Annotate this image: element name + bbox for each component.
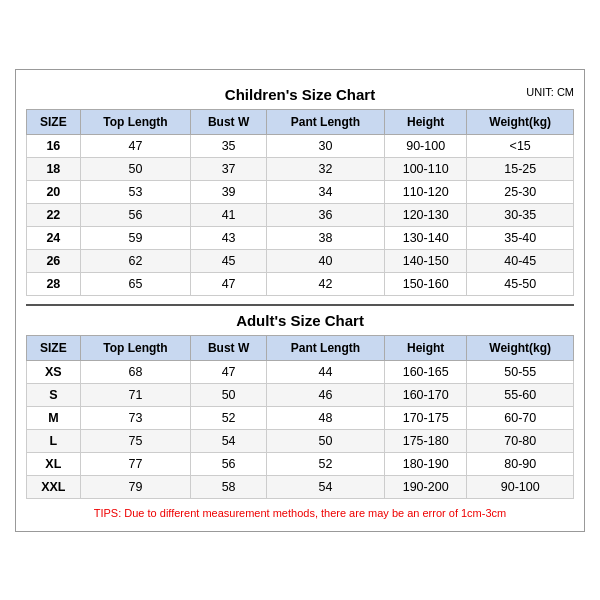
- table-cell: 20: [27, 180, 81, 203]
- table-cell: 90-100: [384, 134, 467, 157]
- table-cell: 130-140: [384, 226, 467, 249]
- children-col-top-length: Top Length: [80, 109, 191, 134]
- children-title-text: Children's Size Chart: [225, 86, 375, 103]
- table-row: 22564136120-13030-35: [27, 203, 574, 226]
- chart-container: Children's Size Chart UNIT: CM SIZE Top …: [15, 69, 585, 532]
- table-row: L755450175-18070-80: [27, 429, 574, 452]
- table-cell: 35-40: [467, 226, 574, 249]
- table-cell: 25-30: [467, 180, 574, 203]
- children-table: SIZE Top Length Bust W Pant Length Heigh…: [26, 109, 574, 296]
- table-cell: 44: [266, 360, 384, 383]
- table-cell: 28: [27, 272, 81, 295]
- children-col-bust: Bust W: [191, 109, 267, 134]
- table-cell: 75: [80, 429, 191, 452]
- table-cell: 60-70: [467, 406, 574, 429]
- table-row: 28654742150-16045-50: [27, 272, 574, 295]
- table-cell: S: [27, 383, 81, 406]
- table-cell: 77: [80, 452, 191, 475]
- table-cell: 160-165: [384, 360, 467, 383]
- children-title: Children's Size Chart UNIT: CM: [26, 80, 574, 105]
- table-cell: 160-170: [384, 383, 467, 406]
- adult-title-text: Adult's Size Chart: [236, 312, 364, 329]
- table-cell: M: [27, 406, 81, 429]
- table-cell: 50: [191, 383, 267, 406]
- table-cell: 54: [266, 475, 384, 498]
- children-col-weight: Weight(kg): [467, 109, 574, 134]
- table-cell: 110-120: [384, 180, 467, 203]
- table-cell: 52: [266, 452, 384, 475]
- table-cell: 30: [266, 134, 384, 157]
- table-cell: 65: [80, 272, 191, 295]
- adult-header-row: SIZE Top Length Bust W Pant Length Heigh…: [27, 335, 574, 360]
- table-cell: 42: [266, 272, 384, 295]
- table-cell: 180-190: [384, 452, 467, 475]
- table-cell: 47: [191, 272, 267, 295]
- table-cell: 24: [27, 226, 81, 249]
- table-cell: 48: [266, 406, 384, 429]
- table-cell: 47: [191, 360, 267, 383]
- table-cell: 54: [191, 429, 267, 452]
- children-col-height: Height: [384, 109, 467, 134]
- table-cell: 39: [191, 180, 267, 203]
- table-cell: 37: [191, 157, 267, 180]
- adult-col-size: SIZE: [27, 335, 81, 360]
- tips-text: TIPS: Due to different measurement metho…: [26, 505, 574, 521]
- adult-col-top-length: Top Length: [80, 335, 191, 360]
- table-cell: 18: [27, 157, 81, 180]
- table-row: S715046160-17055-60: [27, 383, 574, 406]
- table-cell: 90-100: [467, 475, 574, 498]
- table-cell: 80-90: [467, 452, 574, 475]
- table-cell: 175-180: [384, 429, 467, 452]
- table-row: 24594338130-14035-40: [27, 226, 574, 249]
- table-cell: 40-45: [467, 249, 574, 272]
- table-cell: 170-175: [384, 406, 467, 429]
- adult-col-height: Height: [384, 335, 467, 360]
- table-cell: 40: [266, 249, 384, 272]
- table-cell: 58: [191, 475, 267, 498]
- table-cell: 16: [27, 134, 81, 157]
- table-cell: 38: [266, 226, 384, 249]
- table-cell: 150-160: [384, 272, 467, 295]
- table-cell: L: [27, 429, 81, 452]
- table-cell: 35: [191, 134, 267, 157]
- table-cell: 26: [27, 249, 81, 272]
- table-cell: 73: [80, 406, 191, 429]
- table-cell: 190-200: [384, 475, 467, 498]
- unit-label: UNIT: CM: [526, 86, 574, 98]
- table-cell: XS: [27, 360, 81, 383]
- table-cell: 47: [80, 134, 191, 157]
- table-cell: 56: [191, 452, 267, 475]
- table-cell: 120-130: [384, 203, 467, 226]
- table-cell: 140-150: [384, 249, 467, 272]
- table-cell: XXL: [27, 475, 81, 498]
- table-cell: 56: [80, 203, 191, 226]
- table-cell: 22: [27, 203, 81, 226]
- adult-col-bust: Bust W: [191, 335, 267, 360]
- table-cell: 50: [266, 429, 384, 452]
- table-cell: 45-50: [467, 272, 574, 295]
- adult-col-pant: Pant Length: [266, 335, 384, 360]
- table-cell: 34: [266, 180, 384, 203]
- table-row: 26624540140-15040-45: [27, 249, 574, 272]
- table-row: 20533934110-12025-30: [27, 180, 574, 203]
- table-cell: 50-55: [467, 360, 574, 383]
- children-header-row: SIZE Top Length Bust W Pant Length Heigh…: [27, 109, 574, 134]
- table-cell: 79: [80, 475, 191, 498]
- table-cell: 71: [80, 383, 191, 406]
- table-cell: 62: [80, 249, 191, 272]
- table-row: XL775652180-19080-90: [27, 452, 574, 475]
- table-cell: 70-80: [467, 429, 574, 452]
- adult-table: SIZE Top Length Bust W Pant Length Heigh…: [26, 335, 574, 499]
- table-row: XXL795854190-20090-100: [27, 475, 574, 498]
- table-cell: 55-60: [467, 383, 574, 406]
- children-col-pant: Pant Length: [266, 109, 384, 134]
- adult-title: Adult's Size Chart: [26, 306, 574, 331]
- table-cell: 45: [191, 249, 267, 272]
- table-cell: XL: [27, 452, 81, 475]
- table-cell: 59: [80, 226, 191, 249]
- table-cell: 43: [191, 226, 267, 249]
- table-row: M735248170-17560-70: [27, 406, 574, 429]
- table-row: 18503732100-11015-25: [27, 157, 574, 180]
- table-cell: 52: [191, 406, 267, 429]
- table-cell: 32: [266, 157, 384, 180]
